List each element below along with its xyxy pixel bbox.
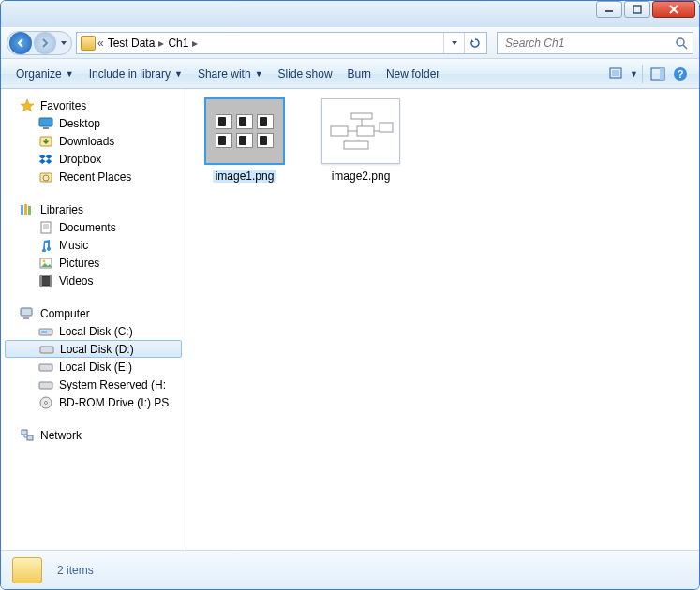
network-icon — [20, 428, 35, 443]
music-icon — [38, 238, 53, 253]
nav-videos[interactable]: Videos — [1, 272, 186, 289]
file-list[interactable]: image1.png image2.png — [186, 89, 699, 550]
search-icon[interactable] — [674, 36, 689, 51]
svg-rect-10 — [43, 127, 49, 129]
svg-text:?: ? — [678, 68, 684, 80]
include-in-library-menu[interactable]: Include in library▼ — [82, 64, 190, 84]
close-button[interactable] — [652, 1, 695, 18]
slide-show-button[interactable]: Slide show — [271, 64, 340, 84]
svg-rect-24 — [23, 317, 29, 319]
svg-rect-26 — [41, 331, 47, 333]
libraries-icon — [20, 202, 35, 217]
new-folder-button[interactable]: New folder — [379, 64, 447, 84]
svg-rect-4 — [612, 70, 619, 76]
svg-rect-21 — [40, 276, 42, 286]
nav-system-reserved[interactable]: System Reserved (H: — [1, 376, 186, 393]
computer-group[interactable]: Computer — [1, 304, 186, 322]
folder-icon — [81, 36, 96, 51]
search-input[interactable] — [503, 36, 674, 51]
desktop-icon — [38, 116, 53, 131]
navigation-pane: Favorites Desktop Downloads Dropbox Rece… — [1, 89, 186, 550]
drive-icon — [39, 342, 54, 357]
videos-icon — [38, 273, 53, 288]
nav-local-disk-d[interactable]: Local Disk (D:) — [5, 340, 182, 358]
chevron-down-icon: ▼ — [255, 69, 263, 79]
disc-icon — [38, 395, 53, 410]
svg-rect-16 — [28, 206, 31, 215]
svg-rect-17 — [41, 222, 51, 233]
address-dropdown[interactable] — [443, 33, 464, 53]
network-group[interactable]: Network — [1, 426, 186, 444]
favorites-group[interactable]: Favorites — [1, 96, 186, 114]
svg-rect-27 — [40, 347, 53, 353]
search-box[interactable] — [497, 32, 693, 54]
address-bar[interactable]: « Test Data ▸ Ch1 ▸ — [76, 32, 487, 54]
file-image1[interactable]: image1.png — [200, 98, 290, 183]
svg-rect-14 — [21, 205, 23, 215]
file-image2[interactable]: image2.png — [316, 98, 406, 183]
content-area: Favorites Desktop Downloads Dropbox Rece… — [1, 89, 699, 550]
burn-button[interactable]: Burn — [340, 64, 379, 84]
documents-icon — [38, 220, 53, 235]
svg-rect-9 — [39, 118, 52, 126]
svg-point-31 — [45, 401, 48, 404]
breadcrumb-ch1[interactable]: Ch1 — [164, 37, 192, 50]
share-with-menu[interactable]: Share with▼ — [190, 64, 271, 84]
minimize-button[interactable] — [596, 1, 622, 18]
maximize-button[interactable] — [624, 1, 650, 18]
chevron-down-icon: ▼ — [174, 69, 183, 79]
drive-icon — [38, 377, 53, 392]
organize-menu[interactable]: Organize▼ — [8, 64, 82, 84]
view-options-button[interactable] — [607, 63, 630, 85]
nav-pictures[interactable]: Pictures — [1, 254, 186, 272]
titlebar — [1, 1, 699, 27]
back-button[interactable] — [9, 32, 32, 54]
svg-rect-22 — [50, 276, 52, 286]
dropbox-icon — [38, 152, 53, 167]
svg-rect-15 — [24, 204, 27, 215]
forward-button[interactable] — [34, 32, 56, 54]
thumbnail — [205, 98, 284, 164]
nav-bd-rom-drive[interactable]: BD-ROM Drive (I:) PS — [1, 393, 186, 411]
svg-rect-29 — [39, 382, 52, 389]
item-count: 2 items — [57, 564, 94, 577]
nav-downloads[interactable]: Downloads — [1, 132, 186, 150]
nav-local-disk-c[interactable]: Local Disk (C:) — [1, 322, 186, 340]
chevron-down-icon: ▼ — [66, 69, 74, 79]
help-button[interactable]: ? — [669, 63, 692, 85]
recent-locations-dropdown[interactable] — [57, 39, 70, 47]
chevron-right-icon: ▸ — [192, 37, 198, 50]
nav-documents[interactable]: Documents — [1, 218, 186, 236]
svg-rect-1 — [633, 6, 641, 13]
svg-rect-28 — [39, 364, 52, 371]
computer-icon — [20, 306, 35, 321]
nav-local-disk-e[interactable]: Local Disk (E:) — [1, 358, 186, 376]
status-bar: 2 items — [1, 550, 699, 589]
svg-rect-36 — [357, 126, 374, 136]
chevron-down-icon[interactable]: ▼ — [630, 69, 638, 79]
nav-music[interactable]: Music — [1, 236, 186, 254]
drive-icon — [38, 360, 53, 375]
svg-rect-23 — [21, 308, 32, 316]
nav-dropbox[interactable]: Dropbox — [1, 150, 186, 168]
folder-icon — [12, 557, 42, 583]
breadcrumb-test-data[interactable]: Test Data — [104, 37, 159, 50]
svg-rect-38 — [344, 141, 368, 149]
refresh-button[interactable] — [464, 33, 484, 53]
navigation-bar: « Test Data ▸ Ch1 ▸ — [1, 27, 699, 59]
thumbnail — [321, 98, 400, 164]
svg-rect-6 — [660, 68, 664, 80]
libraries-group[interactable]: Libraries — [1, 200, 186, 218]
svg-rect-33 — [27, 435, 33, 440]
nav-desktop[interactable]: Desktop — [1, 114, 186, 132]
command-bar: Organize▼ Include in library▼ Share with… — [1, 59, 699, 89]
nav-recent-places[interactable]: Recent Places — [1, 168, 186, 185]
svg-rect-35 — [331, 126, 348, 136]
star-icon — [20, 98, 35, 113]
svg-rect-0 — [605, 10, 613, 12]
downloads-icon — [38, 134, 53, 149]
recent-icon — [38, 170, 53, 184]
preview-pane-button[interactable] — [647, 63, 669, 85]
svg-rect-34 — [351, 113, 372, 119]
svg-point-2 — [677, 38, 684, 46]
